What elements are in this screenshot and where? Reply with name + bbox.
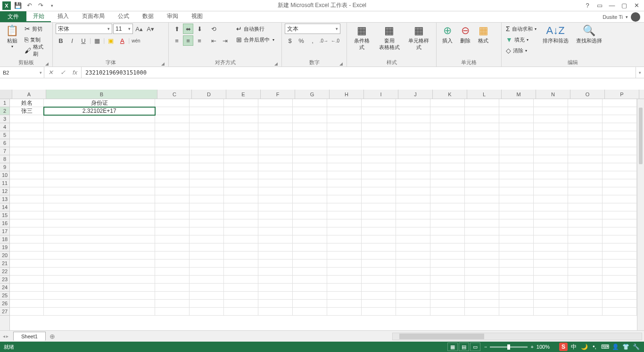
cell[interactable]	[327, 155, 362, 163]
cell[interactable]	[499, 123, 534, 131]
cell[interactable]	[603, 284, 637, 292]
cell[interactable]	[362, 243, 396, 251]
cell[interactable]	[534, 147, 568, 155]
cell[interactable]	[465, 211, 499, 219]
tray-icon-7[interactable]: 🔧	[632, 343, 640, 351]
cell[interactable]	[190, 187, 224, 195]
cell[interactable]	[430, 308, 465, 316]
cell[interactable]	[534, 284, 568, 292]
cell[interactable]	[327, 187, 362, 195]
enter-formula-icon[interactable]: ✓	[57, 69, 69, 76]
cell[interactable]	[258, 171, 293, 179]
cell[interactable]	[327, 179, 362, 187]
cell[interactable]	[44, 163, 155, 171]
cell[interactable]	[465, 123, 499, 131]
cell[interactable]	[44, 284, 155, 292]
increase-font-icon[interactable]: A▴	[134, 24, 144, 34]
cell[interactable]	[224, 292, 258, 300]
cell[interactable]	[293, 107, 327, 115]
cell[interactable]	[155, 284, 190, 292]
merge-center-button[interactable]: ⊞合并后居中▾	[235, 34, 276, 45]
row-header[interactable]: 24	[0, 284, 9, 292]
cell[interactable]	[10, 139, 44, 147]
cell[interactable]	[10, 308, 44, 316]
cell[interactable]	[258, 300, 293, 308]
cell[interactable]	[430, 268, 465, 276]
cell[interactable]	[568, 219, 603, 227]
format-cells-button[interactable]: ▦格式	[475, 24, 491, 45]
cell[interactable]	[362, 99, 396, 107]
insert-cells-button[interactable]: ⊕插入	[439, 24, 455, 45]
cell[interactable]	[396, 308, 430, 316]
cell[interactable]	[10, 276, 44, 284]
decrease-decimal-icon[interactable]: ←.0	[330, 35, 340, 46]
column-header[interactable]: P	[605, 90, 639, 99]
cell[interactable]	[499, 179, 534, 187]
cell[interactable]	[190, 99, 224, 107]
cell[interactable]	[430, 115, 465, 123]
cell[interactable]	[568, 211, 603, 219]
tab-file[interactable]: 文件	[0, 11, 26, 22]
cell[interactable]	[396, 300, 430, 308]
cell[interactable]	[499, 99, 534, 107]
row-header[interactable]: 4	[0, 123, 9, 131]
cell[interactable]	[190, 308, 224, 316]
row-header[interactable]: 14	[0, 203, 9, 211]
fx-icon[interactable]: fx	[69, 69, 81, 76]
cell[interactable]	[362, 155, 396, 163]
avatar[interactable]	[631, 12, 640, 22]
decrease-font-icon[interactable]: A▾	[145, 24, 156, 34]
cell[interactable]	[258, 123, 293, 131]
cell[interactable]	[224, 187, 258, 195]
cell[interactable]	[465, 308, 499, 316]
cell[interactable]	[293, 203, 327, 211]
cell[interactable]	[362, 163, 396, 171]
column-header[interactable]: C	[157, 90, 192, 99]
cell[interactable]	[44, 308, 155, 316]
cell[interactable]	[190, 171, 224, 179]
cell[interactable]	[396, 163, 430, 171]
cell[interactable]	[396, 251, 430, 260]
cell[interactable]	[499, 163, 534, 171]
cell[interactable]	[155, 155, 190, 163]
cell[interactable]	[190, 107, 224, 115]
cell[interactable]	[258, 147, 293, 155]
cell[interactable]	[534, 155, 568, 163]
cell[interactable]	[44, 227, 155, 235]
cell[interactable]	[534, 107, 568, 115]
cell[interactable]	[465, 107, 499, 115]
cell[interactable]	[568, 268, 603, 276]
wrap-text-button[interactable]: ↵自动换行	[235, 24, 276, 34]
cell[interactable]	[465, 300, 499, 308]
italic-icon[interactable]: I	[67, 35, 77, 46]
cell[interactable]	[258, 276, 293, 284]
cell[interactable]	[396, 187, 430, 195]
cell[interactable]	[499, 243, 534, 251]
cell[interactable]	[155, 179, 190, 187]
cell[interactable]	[499, 107, 534, 115]
cell[interactable]	[327, 203, 362, 211]
cell[interactable]	[568, 187, 603, 195]
cell[interactable]	[465, 251, 499, 260]
cell[interactable]	[293, 115, 327, 123]
comma-icon[interactable]: ,	[307, 35, 318, 46]
cell[interactable]	[10, 123, 44, 131]
cell[interactable]	[10, 147, 44, 155]
cell[interactable]	[499, 187, 534, 195]
cell[interactable]	[568, 147, 603, 155]
row-header[interactable]: 16	[0, 219, 9, 227]
cell[interactable]	[44, 179, 155, 187]
cell[interactable]	[44, 131, 155, 139]
cell[interactable]	[44, 268, 155, 276]
cell[interactable]	[465, 163, 499, 171]
cell[interactable]	[396, 179, 430, 187]
align-right-icon[interactable]: ≡	[194, 35, 205, 46]
cell[interactable]	[396, 203, 430, 211]
tray-icon-5[interactable]: 👤	[611, 343, 619, 351]
row-header[interactable]: 21	[0, 260, 9, 268]
minimize-icon[interactable]: —	[606, 1, 618, 10]
cell[interactable]	[430, 211, 465, 219]
cell[interactable]	[362, 123, 396, 131]
cell[interactable]	[396, 155, 430, 163]
cell[interactable]	[293, 243, 327, 251]
